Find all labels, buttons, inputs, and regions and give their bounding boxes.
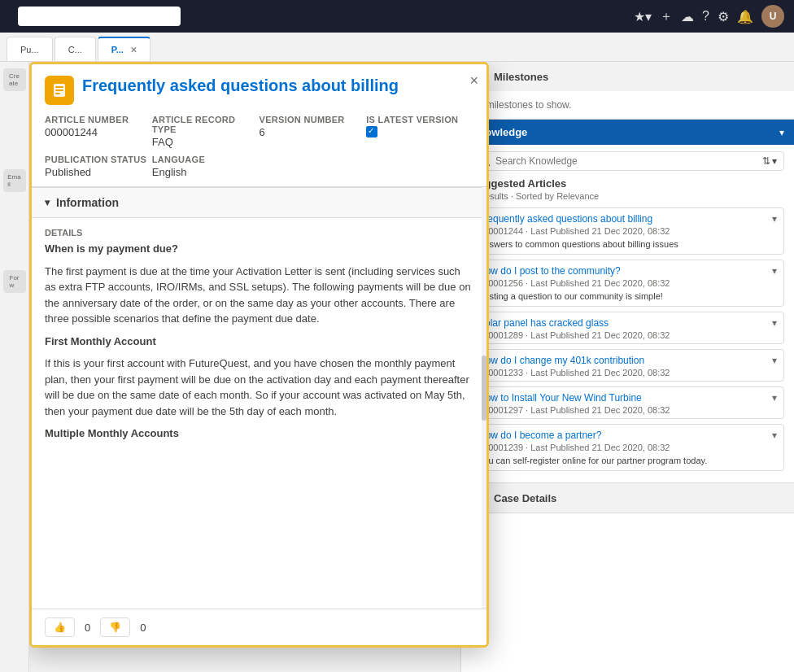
information-body: Details When is my payment due? The firs… (32, 218, 486, 458)
case-details-header: C Case Details (461, 483, 794, 513)
milestones-body: No milestones to show. (461, 91, 794, 119)
settings-icon[interactable]: ⚙ (718, 9, 729, 24)
article-link[interactable]: Solar panel has cracked glass (478, 317, 609, 329)
article-link[interactable]: How do I become a partner? (478, 430, 601, 441)
details-label: Details (45, 228, 473, 238)
modal-article-icon (45, 76, 74, 105)
case-details-section: C Case Details (461, 483, 794, 513)
article-link[interactable]: How do I post to the community? (478, 265, 621, 277)
user-avatar[interactable]: U (761, 5, 784, 28)
left-sidebar: Create Email Forw (0, 62, 29, 672)
article-item: Frequently asked questions about billing… (471, 207, 784, 255)
article-item: How do I change my 401k contribution ▾ 0… (471, 349, 784, 382)
modal-body[interactable]: ▾ Information Details When is my payment… (32, 187, 486, 609)
knowledge-body: 🔍 ⇅ ▾ Suggested Articles 6 Results · Sor… (461, 145, 794, 482)
milestones-section: M Milestones No milestones to show. (461, 62, 794, 120)
article-description: You can self-register online for our par… (472, 456, 783, 470)
cloud-icon[interactable]: ☁ (681, 9, 694, 24)
article-number-label: Article Number 000001244 (45, 115, 152, 148)
global-search-input[interactable] (18, 7, 181, 26)
sidebar-create[interactable]: Create (3, 68, 26, 91)
thumbs-down-count: 0 (140, 622, 146, 634)
article-item: How do I post to the community? ▾ 000001… (471, 260, 784, 307)
tab-2[interactable]: C... (55, 37, 96, 61)
article-item: How do I become a partner? ▾ 000001239 ·… (471, 424, 784, 471)
articles-list: Frequently asked questions about billing… (471, 207, 784, 471)
feedback-row: 👍 0 👎 0 (32, 609, 486, 645)
thumbs-down-icon: 👎 (109, 622, 121, 633)
case-details-label: Case Details (494, 492, 556, 504)
language-field: Language English (152, 155, 260, 178)
scroll-track (482, 187, 486, 609)
thumbs-up-button[interactable]: 👍 (45, 617, 75, 637)
article-expand-button[interactable]: ▾ (772, 213, 777, 225)
suggested-articles-sub: 6 Results · Sorted by Relevance (471, 191, 784, 201)
svg-rect-2 (55, 89, 63, 91)
sort-icon: ⇅ (762, 155, 770, 167)
article-item-header: How do I become a partner? ▾ (472, 425, 783, 443)
article-link[interactable]: Frequently asked questions about billing (478, 213, 652, 225)
thumbs-up-count: 0 (85, 622, 90, 634)
sidebar-email[interactable]: Email (3, 169, 26, 192)
publication-status-field: Publication Status Published (45, 155, 152, 178)
notifications-icon[interactable]: 🔔 (737, 9, 753, 24)
sort-knowledge-button[interactable]: ⇅ ▾ (762, 155, 777, 167)
tab-1[interactable]: Pu... (7, 37, 53, 61)
article-expand-button[interactable]: ▾ (772, 430, 777, 441)
article-meta: 000001289 · Last Published 21 Dec 2020, … (472, 330, 783, 343)
top-navigation: ★▾ ＋ ☁ ? ⚙ 🔔 U (0, 0, 794, 33)
knowledge-collapse-button[interactable]: ▾ (779, 127, 784, 138)
tab-3-close-icon[interactable]: ✕ (130, 46, 137, 55)
modal-title-row: Frequently asked questions about billing (45, 76, 473, 105)
article-meta: 000001239 · Last Published 21 Dec 2020, … (472, 443, 783, 456)
right-panel: M Milestones No milestones to show. Know… (460, 62, 794, 672)
thumbs-down-button[interactable]: 👎 (100, 617, 130, 637)
information-section: ▾ Information Details When is my payment… (32, 187, 486, 458)
add-icon[interactable]: ＋ (660, 8, 673, 25)
modal-close-button[interactable]: × (469, 72, 478, 89)
information-label: Information (56, 196, 119, 209)
modal-header: Frequently asked questions about billing… (32, 64, 486, 187)
scroll-thumb[interactable] (482, 356, 486, 421)
information-section-header[interactable]: ▾ Information (32, 188, 486, 218)
article-content: When is my payment due? The first paymen… (45, 241, 473, 442)
article-description: Posting a question to our community is s… (472, 291, 783, 306)
tab-bar: Pu... C... P... ✕ (0, 33, 794, 62)
article-item-header: Frequently asked questions about billing… (472, 208, 783, 226)
help-icon[interactable]: ? (702, 9, 709, 24)
content-area: Frequently asked questions about billing… (29, 62, 794, 672)
article-expand-button[interactable]: ▾ (772, 355, 777, 366)
article-expand-button[interactable]: ▾ (772, 317, 777, 329)
svg-rect-1 (55, 86, 63, 88)
article-expand-button[interactable]: ▾ (772, 265, 777, 277)
article-item-header: How to Install Your New Wind Turbine ▾ (472, 387, 783, 405)
search-knowledge-input[interactable] (495, 155, 762, 167)
svg-rect-3 (55, 93, 60, 94)
article-item-header: How do I change my 401k contribution ▾ (472, 350, 783, 368)
article-modal: Frequently asked questions about billing… (29, 62, 489, 648)
article-link[interactable]: How do I change my 401k contribution (478, 355, 644, 366)
article-description: Answers to common questions about billin… (472, 239, 783, 254)
article-meta: 000001244 · Last Published 21 Dec 2020, … (472, 226, 783, 239)
sort-chevron-icon: ▾ (772, 155, 777, 167)
modal-meta-grid: Article Number 000001244 Article Record … (45, 115, 473, 178)
milestones-header: M Milestones (461, 62, 794, 91)
knowledge-section: Knowledge ▾ 🔍 ⇅ ▾ Suggested Articles 6 R… (461, 120, 794, 483)
milestones-label: Milestones (494, 71, 548, 83)
search-knowledge-wrapper: 🔍 ⇅ ▾ (471, 151, 784, 171)
article-expand-button[interactable]: ▾ (772, 392, 777, 404)
chevron-down-icon: ▾ (45, 197, 50, 208)
article-item: How to Install Your New Wind Turbine ▾ 0… (471, 386, 784, 419)
article-item-header: How do I post to the community? ▾ (472, 260, 783, 278)
is-latest-version-label: Is Latest Version (366, 115, 473, 148)
version-number-label: Version Number 6 (260, 115, 367, 148)
main-layout: Create Email Forw (0, 62, 794, 672)
sidebar-forw[interactable]: Forw (3, 270, 26, 293)
is-latest-checkbox (366, 126, 377, 137)
tab-3-active[interactable]: P... ✕ (98, 37, 151, 61)
article-meta: 000001297 · Last Published 21 Dec 2020, … (472, 405, 783, 418)
article-link[interactable]: How to Install Your New Wind Turbine (478, 392, 642, 404)
article-item-header: Solar panel has cracked glass ▾ (472, 312, 783, 330)
favorites-icon[interactable]: ★▾ (634, 9, 652, 24)
record-type-label: Article Record Type FAQ (152, 115, 260, 148)
